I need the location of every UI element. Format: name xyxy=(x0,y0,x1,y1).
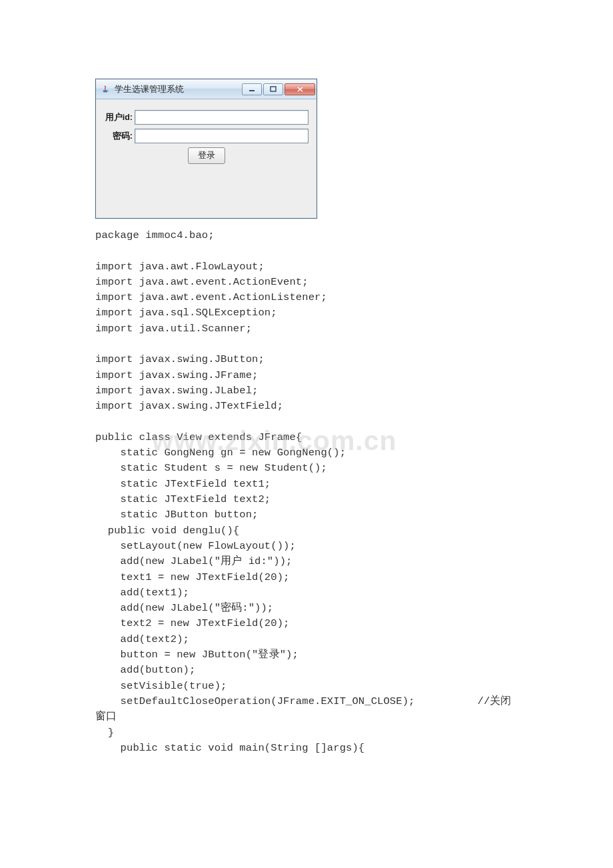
minimize-button[interactable] xyxy=(242,83,262,95)
svg-rect-1 xyxy=(271,87,276,91)
user-id-label: 用户id: xyxy=(103,112,135,123)
password-label: 密码: xyxy=(103,131,135,142)
maximize-button[interactable] xyxy=(263,83,283,95)
code-block: package immoc4.bao; import java.awt.Flow… xyxy=(95,228,520,756)
window-titlebar: 学生选课管理系统 xyxy=(96,79,316,99)
password-input[interactable] xyxy=(135,129,308,143)
java-icon xyxy=(100,84,111,95)
app-window: 学生选课管理系统 用户id: xyxy=(95,79,317,219)
login-button[interactable]: 登录 xyxy=(188,147,225,164)
window-title: 学生选课管理系统 xyxy=(115,83,242,95)
user-id-input[interactable] xyxy=(135,110,308,125)
close-button[interactable] xyxy=(285,83,315,95)
svg-rect-0 xyxy=(249,90,255,91)
